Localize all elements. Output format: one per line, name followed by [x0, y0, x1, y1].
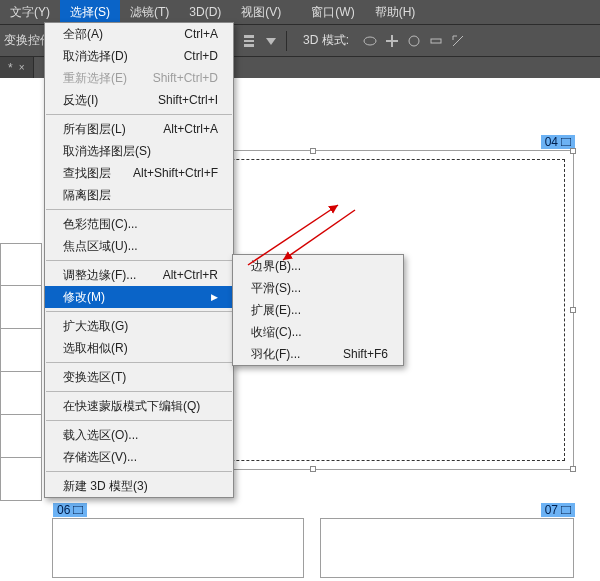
- menu-label: 滤镜(T): [130, 4, 169, 21]
- artboard-06[interactable]: 06: [52, 518, 304, 578]
- menuitem-shortcut: Alt+Shift+Ctrl+F: [133, 166, 218, 180]
- menuitem-quick-mask[interactable]: 在快速蒙版模式下编辑(Q): [45, 395, 233, 417]
- submenu-border[interactable]: 边界(B)...: [233, 255, 403, 277]
- menu-label: 窗口(W): [311, 4, 354, 21]
- handle-tr[interactable]: [570, 148, 576, 154]
- menuitem-reselect: 重新选择(E)Shift+Ctrl+D: [45, 67, 233, 89]
- handle-mr[interactable]: [570, 307, 576, 313]
- menuitem-refine-edge[interactable]: 调整边缘(F)...Alt+Ctrl+R: [45, 264, 233, 286]
- menuitem-label: 存储选区(V)...: [63, 449, 137, 466]
- dist-more-icon[interactable]: [262, 32, 280, 50]
- menu-filter[interactable]: 滤镜(T): [120, 0, 179, 24]
- handle-bm[interactable]: [310, 466, 316, 472]
- svg-point-26: [409, 36, 419, 46]
- handle-tm[interactable]: [310, 148, 316, 154]
- artboard-label-text: 07: [545, 503, 558, 517]
- mode3d-label: 3D 模式:: [303, 32, 353, 49]
- menu-separator: [46, 471, 232, 472]
- menuitem-label: 调整边缘(F)...: [63, 267, 136, 284]
- menuitem-inverse[interactable]: 反选(I)Shift+Ctrl+I: [45, 89, 233, 111]
- artboard-label-text: 06: [57, 503, 70, 517]
- artboard-label-text: 04: [545, 135, 558, 149]
- menu-select[interactable]: 选择(S): [60, 0, 120, 24]
- menuitem-label: 新建 3D 模型(3): [63, 478, 148, 495]
- menu-label: 3D(D): [189, 5, 221, 19]
- menu-text[interactable]: 文字(Y): [0, 0, 60, 24]
- select-menu-dropdown: 全部(A)Ctrl+A 取消选择(D)Ctrl+D 重新选择(E)Shift+C…: [44, 22, 234, 498]
- artboard-icon: [561, 506, 571, 514]
- svg-rect-28: [561, 138, 571, 146]
- menuitem-label: 查找图层: [63, 165, 111, 182]
- menuitem-label: 所有图层(L): [63, 121, 126, 138]
- submenu-feather[interactable]: 羽化(F)...Shift+F6: [233, 343, 403, 365]
- tab-close-icon[interactable]: ×: [19, 62, 25, 73]
- menuitem-label: 载入选区(O)...: [63, 427, 138, 444]
- menuitem-color-range[interactable]: 色彩范围(C)...: [45, 213, 233, 235]
- menu-label: 视图(V): [241, 4, 281, 21]
- menuitem-shortcut: Ctrl+A: [184, 27, 218, 41]
- handle-br[interactable]: [570, 466, 576, 472]
- menuitem-shortcut: Ctrl+D: [184, 49, 218, 63]
- menuitem-grow[interactable]: 扩大选取(G): [45, 315, 233, 337]
- dist-v-icon[interactable]: [240, 32, 258, 50]
- artboard-07[interactable]: 07: [320, 518, 574, 578]
- submenu-smooth[interactable]: 平滑(S)...: [233, 277, 403, 299]
- menuitem-shortcut: Alt+Ctrl+R: [163, 268, 218, 282]
- pan-icon[interactable]: [383, 32, 401, 50]
- scale3d-icon[interactable]: [449, 32, 467, 50]
- submenu-contract[interactable]: 收缩(C)...: [233, 321, 403, 343]
- menu-window[interactable]: 窗口(W): [301, 0, 364, 24]
- menuitem-label: 全部(A): [63, 26, 103, 43]
- artboard-04-label: 04: [541, 135, 575, 149]
- menuitem-label: 重新选择(E): [63, 70, 127, 87]
- menu-separator: [46, 311, 232, 312]
- svg-rect-23: [244, 44, 254, 47]
- menubar: 文字(Y) 选择(S) 滤镜(T) 3D(D) 视图(V) 窗口(W) 帮助(H…: [0, 0, 600, 24]
- menuitem-new-3d-extrusion[interactable]: 新建 3D 模型(3): [45, 475, 233, 497]
- menu-help[interactable]: 帮助(H): [365, 0, 426, 24]
- mode3d-group: [361, 31, 473, 51]
- menu-label: 帮助(H): [375, 4, 416, 21]
- menuitem-label: 扩展(E)...: [251, 302, 301, 319]
- tab-title: *: [8, 61, 13, 75]
- submenu-expand[interactable]: 扩展(E)...: [233, 299, 403, 321]
- menuitem-save-selection[interactable]: 存储选区(V)...: [45, 446, 233, 468]
- menuitem-deselect[interactable]: 取消选择(D)Ctrl+D: [45, 45, 233, 67]
- slide-icon[interactable]: [427, 32, 445, 50]
- submenu-arrow-icon: ▶: [205, 292, 218, 302]
- menuitem-transform-selection[interactable]: 变换选区(T): [45, 366, 233, 388]
- menu-separator: [46, 391, 232, 392]
- menu-3d[interactable]: 3D(D): [179, 0, 231, 24]
- document-tab[interactable]: * ×: [0, 57, 34, 79]
- menuitem-load-selection[interactable]: 载入选区(O)...: [45, 424, 233, 446]
- menuitem-label: 色彩范围(C)...: [63, 216, 138, 233]
- menu-separator: [46, 209, 232, 210]
- orbit-icon[interactable]: [361, 32, 379, 50]
- menuitem-label: 平滑(S)...: [251, 280, 301, 297]
- menuitem-shortcut: Shift+F6: [343, 347, 388, 361]
- menu-label: 文字(Y): [10, 4, 50, 21]
- menuitem-label: 选取相似(R): [63, 340, 128, 357]
- menuitem-label: 在快速蒙版模式下编辑(Q): [63, 398, 200, 415]
- menuitem-similar[interactable]: 选取相似(R): [45, 337, 233, 359]
- svg-rect-22: [244, 40, 254, 42]
- menuitem-label: 取消选择图层(S): [63, 143, 151, 160]
- menuitem-label: 变换选区(T): [63, 369, 126, 386]
- menuitem-find-layers[interactable]: 查找图层Alt+Shift+Ctrl+F: [45, 162, 233, 184]
- menuitem-modify[interactable]: 修改(M)▶: [45, 286, 233, 308]
- menuitem-isolate-layers[interactable]: 隔离图层: [45, 184, 233, 206]
- menu-view[interactable]: 视图(V): [231, 0, 291, 24]
- artboard-06-label: 06: [53, 503, 87, 517]
- svg-rect-27: [431, 39, 441, 43]
- menuitem-focus-area[interactable]: 焦点区域(U)...: [45, 235, 233, 257]
- menuitem-label: 羽化(F)...: [251, 346, 300, 363]
- menuitem-select-all[interactable]: 全部(A)Ctrl+A: [45, 23, 233, 45]
- menu-separator: [46, 362, 232, 363]
- menuitem-deselect-layers[interactable]: 取消选择图层(S): [45, 140, 233, 162]
- roll-icon[interactable]: [405, 32, 423, 50]
- menuitem-label: 修改(M): [63, 289, 105, 306]
- menuitem-label: 隔离图层: [63, 187, 111, 204]
- menu-label: 选择(S): [70, 4, 110, 21]
- menu-separator: [46, 114, 232, 115]
- menuitem-all-layers[interactable]: 所有图层(L)Alt+Ctrl+A: [45, 118, 233, 140]
